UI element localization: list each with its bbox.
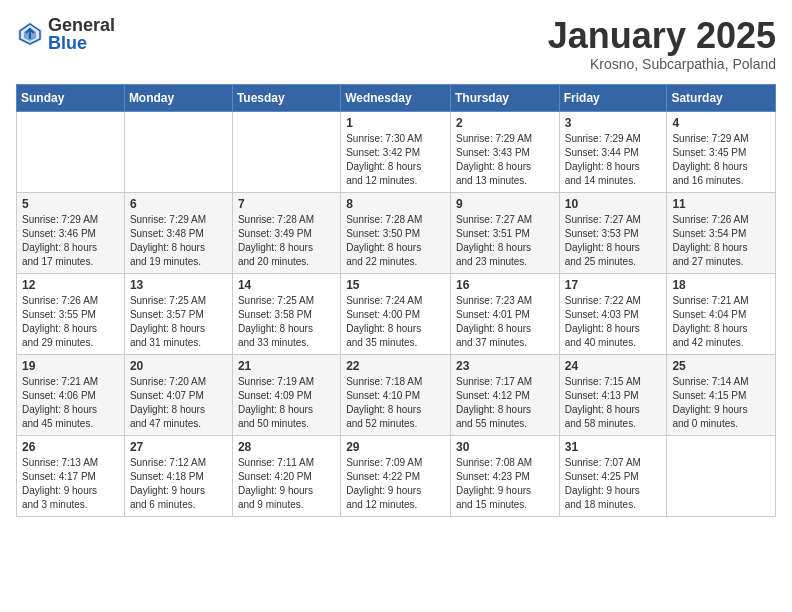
day-info: Sunrise: 7:19 AM Sunset: 4:09 PM Dayligh… — [238, 375, 335, 431]
day-info: Sunrise: 7:18 AM Sunset: 4:10 PM Dayligh… — [346, 375, 445, 431]
day-number: 7 — [238, 197, 335, 211]
day-info: Sunrise: 7:21 AM Sunset: 4:06 PM Dayligh… — [22, 375, 119, 431]
calendar-cell: 4Sunrise: 7:29 AM Sunset: 3:45 PM Daylig… — [667, 111, 776, 192]
page-header: General Blue January 2025 Krosno, Subcar… — [16, 16, 776, 72]
calendar-cell: 13Sunrise: 7:25 AM Sunset: 3:57 PM Dayli… — [124, 273, 232, 354]
calendar-cell: 20Sunrise: 7:20 AM Sunset: 4:07 PM Dayli… — [124, 354, 232, 435]
day-number: 5 — [22, 197, 119, 211]
calendar-cell: 18Sunrise: 7:21 AM Sunset: 4:04 PM Dayli… — [667, 273, 776, 354]
calendar-cell: 3Sunrise: 7:29 AM Sunset: 3:44 PM Daylig… — [559, 111, 667, 192]
calendar-cell: 21Sunrise: 7:19 AM Sunset: 4:09 PM Dayli… — [232, 354, 340, 435]
day-info: Sunrise: 7:09 AM Sunset: 4:22 PM Dayligh… — [346, 456, 445, 512]
day-number: 27 — [130, 440, 227, 454]
day-info: Sunrise: 7:27 AM Sunset: 3:53 PM Dayligh… — [565, 213, 662, 269]
header-tuesday: Tuesday — [232, 84, 340, 111]
day-info: Sunrise: 7:22 AM Sunset: 4:03 PM Dayligh… — [565, 294, 662, 350]
day-number: 15 — [346, 278, 445, 292]
day-number: 24 — [565, 359, 662, 373]
day-number: 30 — [456, 440, 554, 454]
day-info: Sunrise: 7:07 AM Sunset: 4:25 PM Dayligh… — [565, 456, 662, 512]
day-number: 10 — [565, 197, 662, 211]
day-number: 16 — [456, 278, 554, 292]
location-subtitle: Krosno, Subcarpathia, Poland — [548, 56, 776, 72]
day-info: Sunrise: 7:11 AM Sunset: 4:20 PM Dayligh… — [238, 456, 335, 512]
calendar-week-row: 26Sunrise: 7:13 AM Sunset: 4:17 PM Dayli… — [17, 435, 776, 516]
day-number: 1 — [346, 116, 445, 130]
calendar-week-row: 5Sunrise: 7:29 AM Sunset: 3:46 PM Daylig… — [17, 192, 776, 273]
calendar-cell: 11Sunrise: 7:26 AM Sunset: 3:54 PM Dayli… — [667, 192, 776, 273]
day-info: Sunrise: 7:28 AM Sunset: 3:49 PM Dayligh… — [238, 213, 335, 269]
header-wednesday: Wednesday — [341, 84, 451, 111]
calendar-cell: 19Sunrise: 7:21 AM Sunset: 4:06 PM Dayli… — [17, 354, 125, 435]
day-number: 18 — [672, 278, 770, 292]
day-info: Sunrise: 7:27 AM Sunset: 3:51 PM Dayligh… — [456, 213, 554, 269]
day-number: 21 — [238, 359, 335, 373]
month-title: January 2025 — [548, 16, 776, 56]
calendar-cell: 5Sunrise: 7:29 AM Sunset: 3:46 PM Daylig… — [17, 192, 125, 273]
calendar-week-row: 12Sunrise: 7:26 AM Sunset: 3:55 PM Dayli… — [17, 273, 776, 354]
day-number: 17 — [565, 278, 662, 292]
calendar-cell: 27Sunrise: 7:12 AM Sunset: 4:18 PM Dayli… — [124, 435, 232, 516]
day-number: 6 — [130, 197, 227, 211]
calendar-cell: 7Sunrise: 7:28 AM Sunset: 3:49 PM Daylig… — [232, 192, 340, 273]
header-sunday: Sunday — [17, 84, 125, 111]
logo-blue: Blue — [48, 34, 115, 52]
day-number: 28 — [238, 440, 335, 454]
day-info: Sunrise: 7:08 AM Sunset: 4:23 PM Dayligh… — [456, 456, 554, 512]
day-info: Sunrise: 7:14 AM Sunset: 4:15 PM Dayligh… — [672, 375, 770, 431]
calendar-cell — [232, 111, 340, 192]
day-number: 13 — [130, 278, 227, 292]
day-number: 22 — [346, 359, 445, 373]
calendar-cell: 29Sunrise: 7:09 AM Sunset: 4:22 PM Dayli… — [341, 435, 451, 516]
day-number: 26 — [22, 440, 119, 454]
logo-general: General — [48, 16, 115, 34]
day-info: Sunrise: 7:20 AM Sunset: 4:07 PM Dayligh… — [130, 375, 227, 431]
day-info: Sunrise: 7:26 AM Sunset: 3:55 PM Dayligh… — [22, 294, 119, 350]
logo: General Blue — [16, 16, 115, 52]
day-number: 20 — [130, 359, 227, 373]
day-info: Sunrise: 7:23 AM Sunset: 4:01 PM Dayligh… — [456, 294, 554, 350]
header-monday: Monday — [124, 84, 232, 111]
calendar-cell: 23Sunrise: 7:17 AM Sunset: 4:12 PM Dayli… — [450, 354, 559, 435]
day-number: 31 — [565, 440, 662, 454]
calendar-cell: 22Sunrise: 7:18 AM Sunset: 4:10 PM Dayli… — [341, 354, 451, 435]
day-info: Sunrise: 7:29 AM Sunset: 3:48 PM Dayligh… — [130, 213, 227, 269]
calendar-cell: 12Sunrise: 7:26 AM Sunset: 3:55 PM Dayli… — [17, 273, 125, 354]
day-number: 14 — [238, 278, 335, 292]
day-info: Sunrise: 7:25 AM Sunset: 3:57 PM Dayligh… — [130, 294, 227, 350]
header-saturday: Saturday — [667, 84, 776, 111]
calendar-cell: 6Sunrise: 7:29 AM Sunset: 3:48 PM Daylig… — [124, 192, 232, 273]
day-info: Sunrise: 7:25 AM Sunset: 3:58 PM Dayligh… — [238, 294, 335, 350]
calendar-cell — [667, 435, 776, 516]
logo-text: General Blue — [48, 16, 115, 52]
day-number: 23 — [456, 359, 554, 373]
day-info: Sunrise: 7:15 AM Sunset: 4:13 PM Dayligh… — [565, 375, 662, 431]
day-number: 11 — [672, 197, 770, 211]
calendar-cell: 1Sunrise: 7:30 AM Sunset: 3:42 PM Daylig… — [341, 111, 451, 192]
calendar-cell: 17Sunrise: 7:22 AM Sunset: 4:03 PM Dayli… — [559, 273, 667, 354]
calendar-cell: 16Sunrise: 7:23 AM Sunset: 4:01 PM Dayli… — [450, 273, 559, 354]
calendar-week-row: 1Sunrise: 7:30 AM Sunset: 3:42 PM Daylig… — [17, 111, 776, 192]
calendar-cell: 2Sunrise: 7:29 AM Sunset: 3:43 PM Daylig… — [450, 111, 559, 192]
day-number: 8 — [346, 197, 445, 211]
header-thursday: Thursday — [450, 84, 559, 111]
logo-icon — [16, 20, 44, 48]
day-info: Sunrise: 7:17 AM Sunset: 4:12 PM Dayligh… — [456, 375, 554, 431]
day-info: Sunrise: 7:29 AM Sunset: 3:44 PM Dayligh… — [565, 132, 662, 188]
calendar-cell: 28Sunrise: 7:11 AM Sunset: 4:20 PM Dayli… — [232, 435, 340, 516]
calendar-week-row: 19Sunrise: 7:21 AM Sunset: 4:06 PM Dayli… — [17, 354, 776, 435]
day-number: 29 — [346, 440, 445, 454]
calendar-cell: 30Sunrise: 7:08 AM Sunset: 4:23 PM Dayli… — [450, 435, 559, 516]
calendar-cell: 14Sunrise: 7:25 AM Sunset: 3:58 PM Dayli… — [232, 273, 340, 354]
calendar-cell: 10Sunrise: 7:27 AM Sunset: 3:53 PM Dayli… — [559, 192, 667, 273]
day-number: 4 — [672, 116, 770, 130]
header-friday: Friday — [559, 84, 667, 111]
title-block: January 2025 Krosno, Subcarpathia, Polan… — [548, 16, 776, 72]
day-info: Sunrise: 7:26 AM Sunset: 3:54 PM Dayligh… — [672, 213, 770, 269]
day-info: Sunrise: 7:29 AM Sunset: 3:45 PM Dayligh… — [672, 132, 770, 188]
day-number: 12 — [22, 278, 119, 292]
day-info: Sunrise: 7:12 AM Sunset: 4:18 PM Dayligh… — [130, 456, 227, 512]
day-number: 25 — [672, 359, 770, 373]
day-number: 9 — [456, 197, 554, 211]
calendar-cell: 15Sunrise: 7:24 AM Sunset: 4:00 PM Dayli… — [341, 273, 451, 354]
